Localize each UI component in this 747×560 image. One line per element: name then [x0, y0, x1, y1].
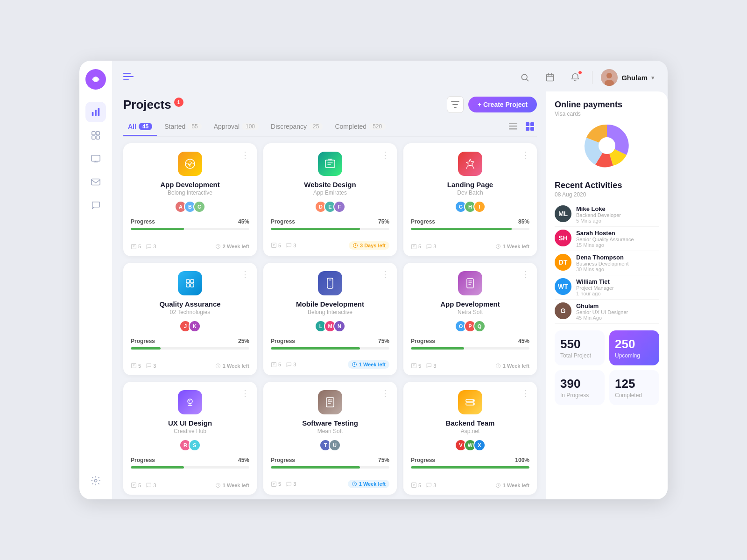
projects-panel: Projects 1 + Create Project All 45 [112, 91, 546, 499]
project-card-8: ⋮ Backend Team Asp.net V W X Progress [403, 382, 537, 495]
svg-rect-32 [190, 280, 194, 283]
activities-title: Recent Activities [555, 181, 659, 190]
card-menu-7[interactable]: ⋮ [381, 388, 390, 399]
card-title-5: App Development [440, 300, 500, 308]
card-deadline-5: 1 Week left [495, 363, 529, 369]
topbar-right: Ghulam ▾ [516, 69, 655, 86]
card-icon-7 [318, 390, 342, 414]
activity-item-1: SH Sarah Hosten Senior Quality Assurance… [555, 227, 659, 251]
list-view-button[interactable] [506, 119, 520, 133]
card-avatars-6: R S [179, 439, 201, 451]
card-menu-2[interactable]: ⋮ [521, 150, 530, 160]
tab-completed[interactable]: Completed 520 [330, 120, 390, 133]
card-subtitle-2: Dev Batch [457, 189, 483, 196]
activity-item-4: G Ghulam Senior UX UI Designer 45 Min Ag… [555, 300, 659, 324]
svg-rect-22 [526, 127, 529, 131]
stat-upcoming-number: 250 [615, 337, 635, 351]
projects-badge: 1 [174, 98, 183, 107]
card-footer-1: 5 3 3 Days left [271, 241, 389, 250]
project-card-1: ⋮ Website Design App Emirates D E F Prog [263, 143, 397, 256]
card-menu-1[interactable]: ⋮ [381, 150, 390, 160]
search-icon[interactable] [516, 69, 533, 86]
activity-avatar-3: WT [555, 278, 571, 295]
svg-rect-33 [186, 284, 190, 287]
card-menu-8[interactable]: ⋮ [521, 388, 530, 399]
activities-date: 08 Aug 2020 [555, 191, 659, 198]
card-progress-row-2: Progress 85% [411, 218, 529, 225]
card-progress-bar-2 [411, 228, 529, 230]
card-subtitle-5: Netra Soft [458, 309, 483, 315]
card-progress-row-6: Progress 45% [131, 457, 249, 463]
card-progress-row-1: Progress 75% [271, 218, 389, 225]
card-progress-bar-7 [271, 466, 389, 469]
activity-avatar-1: SH [555, 230, 571, 246]
svg-rect-9 [92, 155, 100, 161]
calendar-icon[interactable] [542, 69, 558, 86]
card-menu-6[interactable]: ⋮ [241, 388, 250, 399]
sidebar-item-settings[interactable] [85, 470, 106, 491]
grid-view-button[interactable] [523, 119, 537, 133]
card-avatars-2: G H I [455, 201, 486, 213]
card-menu-3[interactable]: ⋮ [241, 269, 250, 280]
card-subtitle-3: 02 Technologies [170, 309, 211, 315]
svg-rect-2 [92, 112, 94, 116]
card-progress-row-7: Progress 75% [271, 457, 389, 463]
card-title-3: Quality Assurance [159, 300, 220, 308]
sidebar [79, 61, 112, 499]
right-panel: Online payments Visa cards [546, 91, 668, 499]
tab-started[interactable]: Started 55 [160, 120, 206, 133]
card-deadline-2: 1 Week left [495, 244, 529, 249]
tab-all[interactable]: All 45 [123, 120, 157, 133]
card-avatars-5: O P Q [455, 320, 486, 332]
project-card-5: ⋮ App Development Netra Soft O P Q Progr [403, 263, 537, 376]
app-logo[interactable] [85, 69, 106, 90]
svg-point-42 [188, 399, 192, 404]
stat-completed-label: Completed [615, 392, 642, 399]
projects-actions: + Create Project [447, 96, 537, 113]
sidebar-item-analytics[interactable] [85, 102, 106, 122]
menu-icon[interactable] [123, 71, 134, 84]
card-avatars-1: D E F [315, 201, 345, 213]
notification-icon[interactable] [567, 69, 584, 86]
filter-button[interactable] [447, 96, 464, 113]
card-progress-bar-6 [131, 466, 249, 469]
sidebar-item-mail[interactable] [85, 172, 106, 192]
user-menu[interactable]: Ghulam ▾ [601, 69, 655, 86]
notification-badge [578, 70, 582, 75]
svg-point-51 [473, 403, 474, 405]
card-deadline-0: 2 Week left [215, 244, 249, 249]
sidebar-item-chat[interactable] [85, 195, 106, 216]
card-title-6: UX UI Design [168, 419, 212, 427]
card-title-7: Software Testing [302, 419, 358, 427]
pie-chart [555, 120, 659, 171]
activity-item-3: WT William Tiet Project Manager 1 hour a… [555, 275, 659, 300]
stat-card-total: 550 Total Project [555, 330, 605, 365]
tab-approval[interactable]: Approval 100 [209, 120, 263, 133]
sidebar-item-board[interactable] [85, 125, 106, 146]
card-menu-4[interactable]: ⋮ [381, 269, 390, 280]
card-icon-6 [178, 390, 202, 414]
card-menu-5[interactable]: ⋮ [521, 269, 530, 280]
tab-discrepancy[interactable]: Discrepancy 25 [266, 120, 327, 133]
svg-rect-7 [92, 136, 95, 139]
stat-completed-number: 125 [615, 377, 635, 391]
sidebar-item-monitor[interactable] [85, 148, 106, 169]
svg-rect-34 [190, 284, 194, 287]
card-deadline-1: 3 Days left [349, 241, 389, 250]
card-footer-8: 5 3 1 Week left [411, 482, 529, 488]
project-card-0: ⋮ App Development Belong Interactive A B… [123, 143, 257, 256]
create-project-button[interactable]: + Create Project [468, 97, 537, 112]
card-avatars-3: J K [179, 320, 201, 332]
card-subtitle-0: Belong Interactive [168, 189, 212, 196]
card-progress-row-8: Progress 100% [411, 457, 529, 463]
card-menu-0[interactable]: ⋮ [241, 150, 250, 160]
card-subtitle-8: Asp.net [461, 428, 480, 434]
stat-upcoming-label: Upcoming [615, 352, 640, 359]
card-avatars-8: V W X [455, 439, 486, 451]
project-card-2: ⋮ Landing Page Dev Batch G H I Progress [403, 143, 537, 256]
svg-point-11 [94, 479, 97, 482]
card-deadline-3: 1 Week left [215, 363, 249, 369]
page-title: Projects 1 [123, 98, 183, 112]
svg-rect-45 [326, 398, 334, 407]
card-footer-4: 5 3 1 Week left [271, 360, 389, 369]
